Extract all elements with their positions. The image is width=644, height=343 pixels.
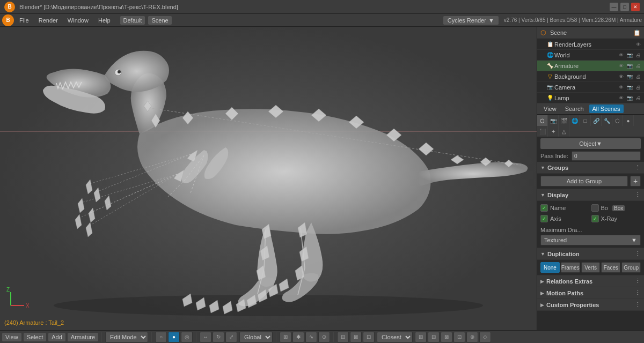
- dup-faces-button[interactable]: Faces: [601, 262, 620, 273]
- display-axis-checkbox[interactable]: ✓: [540, 215, 548, 222]
- relations-options: ⋮: [635, 278, 641, 285]
- workspace-selector[interactable]: Default: [120, 16, 145, 25]
- icon-view3[interactable]: ⊡: [363, 332, 375, 342]
- icon-curve[interactable]: ∿: [305, 332, 317, 342]
- outliner-item-world[interactable]: 🌐 World 👁 📷 🖨: [537, 50, 644, 61]
- display-header[interactable]: ▼ Display ⋮: [537, 189, 644, 201]
- view-button[interactable]: View: [2, 333, 21, 341]
- icon-extra6[interactable]: ◇: [479, 332, 491, 342]
- icon-circle3[interactable]: ◎: [181, 332, 193, 342]
- props-tab-modifier[interactable]: 🔧: [602, 115, 612, 126]
- icon-proportional[interactable]: ⊙: [318, 332, 330, 342]
- icon-view1[interactable]: ⊟: [337, 332, 349, 342]
- blender-menu-logo[interactable]: B: [2, 14, 14, 26]
- object-dropdown[interactable]: Object ▼: [540, 138, 641, 149]
- props-tab-renderlayers[interactable]: 📷: [548, 115, 559, 126]
- add-group-plus-button[interactable]: +: [630, 176, 641, 187]
- props-tab-material[interactable]: ●: [623, 115, 634, 126]
- icon-magnet[interactable]: ✱: [292, 332, 304, 342]
- icon-view2[interactable]: ⊠: [350, 332, 362, 342]
- engine-selector[interactable]: Cycles Render ▼: [443, 16, 499, 25]
- motion-paths-section[interactable]: ▶ Motion Paths ⋮: [537, 287, 644, 299]
- props-tab-particles[interactable]: ✦: [548, 126, 559, 137]
- maximize-button[interactable]: □: [620, 3, 629, 11]
- dup-verts-button[interactable]: Verts: [581, 262, 601, 273]
- icon-extra1[interactable]: ⊞: [415, 332, 427, 342]
- icon-circle2[interactable]: ●: [168, 332, 180, 342]
- outliner-item-armature[interactable]: 🦴 Armature 👁 📷 🖨: [537, 61, 644, 71]
- background-eye[interactable]: 👁: [617, 73, 625, 80]
- menu-render[interactable]: Render: [34, 16, 62, 25]
- outliner-item-background[interactable]: ▽ Background 👁 📷 🖨: [537, 71, 644, 82]
- max-draw-dropdown[interactable]: Textured ▼: [540, 235, 641, 245]
- armature-button[interactable]: Armature: [68, 333, 98, 341]
- display-name-checkbox[interactable]: ✓: [540, 204, 548, 212]
- world-cam[interactable]: 📷: [626, 51, 633, 59]
- camera-render[interactable]: 🖨: [634, 84, 642, 91]
- props-tab-scene[interactable]: ⬡: [537, 115, 548, 126]
- world-render[interactable]: 🖨: [634, 51, 642, 59]
- tab-search[interactable]: Search: [562, 105, 587, 113]
- duplication-header[interactable]: ▼ Duplication ⋮: [537, 248, 644, 260]
- display-xray-checkbox[interactable]: ✓: [591, 215, 599, 222]
- armature-cam[interactable]: 📷: [626, 62, 633, 70]
- lamp-render[interactable]: 🖨: [634, 94, 642, 102]
- workspace-dropdown[interactable]: Default: [120, 16, 145, 25]
- minimize-button[interactable]: —: [610, 3, 618, 11]
- scene-selector[interactable]: Scene: [148, 16, 171, 25]
- icon-extra4[interactable]: ⊡: [453, 332, 465, 342]
- icon-circle1[interactable]: ○: [155, 332, 167, 342]
- background-render[interactable]: 🖨: [634, 73, 642, 80]
- props-tab-data[interactable]: ⬡: [612, 115, 623, 126]
- add-to-group-button[interactable]: Add to Group: [540, 176, 628, 187]
- icon-extra2[interactable]: ⊟: [428, 332, 440, 342]
- props-tab-constraints[interactable]: 🔗: [591, 115, 602, 126]
- menu-file[interactable]: File: [15, 16, 33, 25]
- groups-header[interactable]: ▼ Groups ⋮: [537, 162, 644, 174]
- camera-eye[interactable]: 👁: [617, 84, 625, 91]
- dup-frames-button[interactable]: Frames: [561, 262, 580, 273]
- icon-scale[interactable]: ⤢: [225, 332, 237, 342]
- outliner-item-camera[interactable]: 📷 Camera 👁 📷 🖨: [537, 82, 644, 93]
- outliner-item-lamp[interactable]: 💡 Lamp 👁 📷 🖨: [537, 93, 644, 103]
- props-tab-texture[interactable]: ⬛: [537, 126, 548, 137]
- props-tab-object[interactable]: □: [580, 115, 591, 126]
- lamp-cam[interactable]: 📷: [626, 94, 633, 102]
- pass-index-input[interactable]: [572, 151, 641, 161]
- icon-move[interactable]: ↔: [200, 332, 211, 342]
- relations-section[interactable]: ▶ Relations Extras ⋮: [537, 275, 644, 287]
- armature-eye[interactable]: 👁: [617, 62, 625, 70]
- scene-dropdown[interactable]: Scene: [148, 16, 171, 25]
- add-button[interactable]: Add: [48, 333, 65, 341]
- world-eye[interactable]: 👁: [617, 51, 625, 59]
- display-box-dropdown[interactable]: Box: [612, 205, 625, 211]
- dup-none-button[interactable]: None: [540, 262, 560, 273]
- armature-render[interactable]: 🖨: [634, 62, 642, 70]
- viewport[interactable]: Front Ortho +: [0, 27, 537, 330]
- menu-help[interactable]: Help: [94, 16, 115, 25]
- display-bo-checkbox[interactable]: [591, 204, 599, 212]
- props-tab-scene2[interactable]: 🎬: [559, 115, 569, 126]
- lamp-eye[interactable]: 👁: [617, 94, 625, 102]
- close-button[interactable]: ✕: [631, 3, 640, 11]
- dup-group-button[interactable]: Group: [621, 262, 641, 273]
- tab-all-scenes[interactable]: All Scenes: [589, 105, 624, 113]
- props-tab-world[interactable]: 🌐: [569, 115, 580, 126]
- global-selector[interactable]: Global: [239, 332, 273, 342]
- display-axis-item: ✓ Axis: [540, 214, 590, 223]
- icon-rotate[interactable]: ↻: [213, 332, 224, 342]
- icon-extra5[interactable]: ⊛: [466, 332, 478, 342]
- renderlayers-eye[interactable]: 👁: [634, 41, 642, 48]
- menu-window[interactable]: Window: [63, 16, 93, 25]
- props-tab-physics[interactable]: △: [559, 126, 569, 137]
- mode-selector[interactable]: Edit Mode: [105, 332, 148, 342]
- camera-cam[interactable]: 📷: [626, 84, 633, 91]
- icon-extra3[interactable]: ⊠: [441, 332, 452, 342]
- select-button[interactable]: Select: [24, 333, 47, 341]
- tab-view[interactable]: View: [540, 105, 560, 113]
- closest-selector[interactable]: Closest: [377, 332, 413, 342]
- background-cam[interactable]: 📷: [626, 73, 633, 80]
- outliner-item-renderlayers[interactable]: 📋 RenderLayers 👁: [537, 39, 644, 50]
- custom-properties-section[interactable]: ▶ Custom Properties ⋮: [537, 299, 644, 311]
- icon-snap[interactable]: ⊞: [280, 332, 291, 342]
